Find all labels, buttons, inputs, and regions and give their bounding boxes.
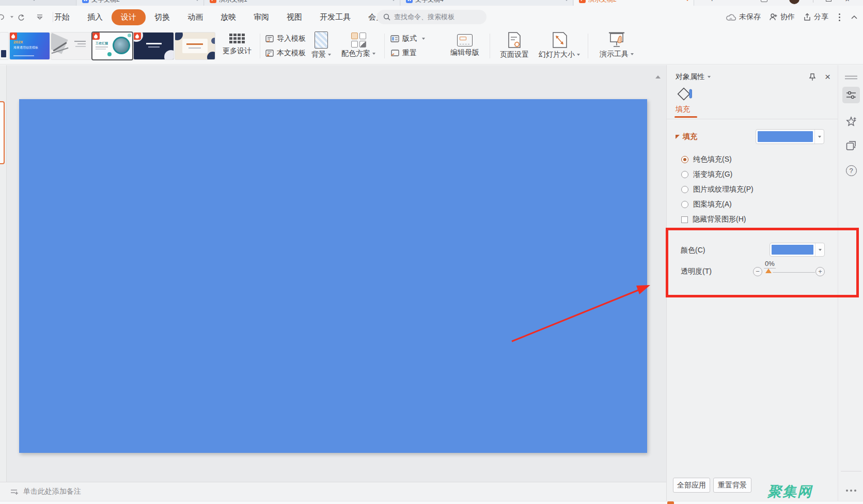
presentation-tools-button[interactable]: 演示工具 bbox=[594, 32, 639, 59]
notes-bar[interactable]: 单击此处添加备注 bbox=[0, 482, 666, 501]
share-button[interactable]: 分享 bbox=[803, 12, 828, 22]
document-tab-partial[interactable] bbox=[0, 0, 76, 6]
document-tab-writer-4[interactable]: W 文字文稿4 bbox=[401, 0, 573, 6]
slide-canvas[interactable] bbox=[19, 99, 647, 453]
radio-gradient-fill[interactable]: 渐变填充(G) bbox=[681, 169, 732, 180]
more-designs-label: 更多设计 bbox=[223, 46, 252, 56]
user-avatar[interactable] bbox=[789, 0, 799, 4]
layout-button[interactable]: 版式 bbox=[390, 33, 425, 44]
tab-menu-caret-icon[interactable] bbox=[32, 0, 36, 1]
scroll-up-icon[interactable] bbox=[655, 75, 661, 78]
template-thumbnail-beige-floral[interactable] bbox=[175, 33, 215, 59]
redo-icon[interactable] bbox=[15, 11, 27, 23]
menu-item-review[interactable]: 审阅 bbox=[245, 10, 278, 25]
slide-size-button[interactable]: 幻灯片大小 bbox=[536, 32, 583, 59]
radio-picture-texture-fill[interactable]: 图片或纹理填充(P) bbox=[681, 184, 754, 195]
transparency-value: 0% bbox=[764, 260, 776, 269]
customize-toolbar-icon[interactable] bbox=[34, 11, 45, 23]
save-status[interactable]: 未保存 bbox=[726, 12, 761, 22]
transparency-decrease-button[interactable]: − bbox=[753, 267, 762, 276]
close-window-icon[interactable]: × bbox=[845, 0, 850, 4]
template-thumbnail-navy-floral[interactable] bbox=[134, 33, 174, 59]
radio-label: 图片或纹理填充(P) bbox=[693, 185, 754, 194]
apply-all-button[interactable]: 全部应用 bbox=[673, 478, 710, 493]
import-template-label: 导入模板 bbox=[277, 34, 306, 43]
menu-item-design-active[interactable]: 设计 bbox=[112, 9, 146, 25]
undo-caret-icon[interactable] bbox=[10, 16, 13, 18]
undo-icon[interactable] bbox=[0, 11, 8, 23]
tab-overview-icon[interactable] bbox=[761, 0, 767, 2]
presentation-app-icon: P bbox=[579, 0, 586, 3]
new-tab-icon[interactable]: + bbox=[710, 0, 714, 4]
edit-master-button[interactable]: 编辑母版 bbox=[445, 32, 484, 57]
menu-item-animation[interactable]: 动画 bbox=[179, 10, 212, 25]
document-tab-label: 文字文稿2 bbox=[91, 0, 120, 4]
menu-item-slideshow[interactable]: 放映 bbox=[212, 10, 245, 25]
collapse-ribbon-icon[interactable] bbox=[851, 15, 858, 20]
document-tab-writer-2[interactable]: W 文字文稿2 bbox=[77, 0, 204, 6]
fill-section-label: 填充 bbox=[683, 132, 697, 141]
import-template-button[interactable]: 导入模板 bbox=[265, 33, 306, 44]
more-tools-icon[interactable] bbox=[842, 482, 860, 499]
object-properties-icon[interactable] bbox=[842, 87, 860, 103]
panel-drag-handle-icon[interactable] bbox=[845, 75, 857, 80]
share-label: 分享 bbox=[814, 12, 828, 22]
tab-menu-caret-icon[interactable] bbox=[685, 0, 689, 1]
object-properties-panel: 对象属性 × 填充 填充 纯色填充(S) 渐变填充(G) 图片或纹理填充(P) … bbox=[666, 65, 838, 501]
slide-thumbnail-selected[interactable] bbox=[0, 101, 5, 164]
template-thumbnail-work-report-selected[interactable]: 工作汇报 bbox=[92, 33, 132, 59]
menu-item-home[interactable]: 开始 bbox=[45, 10, 79, 25]
doc-template-button[interactable]: 本文模板 bbox=[265, 48, 306, 59]
radio-solid-fill[interactable]: 纯色填充(S) bbox=[681, 154, 732, 165]
more-options-icon[interactable] bbox=[837, 13, 842, 21]
checkbox-icon bbox=[681, 216, 688, 223]
search-placeholder: 查找命令、搜索模板 bbox=[394, 12, 454, 22]
search-input[interactable]: 查找命令、搜索模板 bbox=[377, 10, 487, 24]
close-panel-icon[interactable]: × bbox=[825, 73, 830, 81]
transparency-slider-track[interactable] bbox=[773, 272, 815, 273]
search-icon bbox=[383, 13, 390, 21]
fill-color-dropdown[interactable] bbox=[756, 129, 824, 144]
tab-menu-caret-icon[interactable] bbox=[195, 0, 199, 1]
fill-tab-underline bbox=[674, 116, 697, 118]
page-setup-button[interactable]: 页面设置 bbox=[495, 32, 534, 59]
color-scheme-button[interactable]: 配色方案 bbox=[337, 32, 380, 58]
transparency-slider-thumb[interactable] bbox=[765, 269, 772, 273]
dropdown-caret-icon bbox=[818, 136, 821, 138]
fill-section-header[interactable]: 填充 bbox=[676, 132, 697, 141]
status-bar bbox=[0, 501, 863, 504]
fill-tab-icon[interactable] bbox=[677, 87, 694, 102]
maximize-icon[interactable] bbox=[826, 0, 831, 2]
template-thumbnail-partial[interactable] bbox=[0, 33, 8, 59]
checkbox-hide-background-graphics[interactable]: 隐藏背景图形(H) bbox=[681, 214, 746, 225]
document-tab-presentation-1[interactable]: P 演示文稿1 bbox=[205, 0, 400, 6]
radio-pattern-fill[interactable]: 图案填充(A) bbox=[681, 199, 732, 210]
pin-panel-icon[interactable] bbox=[808, 73, 817, 82]
menu-item-insert[interactable]: 插入 bbox=[79, 10, 112, 25]
doc-template-icon bbox=[265, 50, 274, 57]
selection-pane-icon[interactable] bbox=[842, 137, 860, 154]
menu-item-devtools[interactable]: 开发工具 bbox=[311, 10, 359, 25]
background-color-dropdown[interactable] bbox=[770, 243, 825, 257]
tab-menu-caret-icon[interactable] bbox=[391, 0, 396, 1]
effects-star-icon[interactable] bbox=[842, 114, 860, 130]
color-scheme-label: 配色方案 bbox=[341, 49, 370, 58]
menu-item-view[interactable]: 视图 bbox=[278, 10, 311, 25]
collaborate-button[interactable]: 协作 bbox=[769, 12, 795, 22]
fill-tab-label[interactable]: 填充 bbox=[676, 105, 690, 114]
background-button[interactable]: 背景 bbox=[308, 32, 335, 59]
document-tab-presentation-2-active[interactable]: P 演示文稿2 bbox=[574, 0, 694, 6]
reset-background-button[interactable]: 重置背景 bbox=[713, 478, 751, 493]
more-designs-button[interactable]: 更多设计 bbox=[217, 34, 257, 56]
reset-button[interactable]: 重置 bbox=[390, 48, 425, 59]
panel-title-caret-icon[interactable] bbox=[708, 76, 711, 78]
transparency-label: 透明度(T) bbox=[681, 267, 712, 276]
writer-app-icon: W bbox=[406, 0, 413, 3]
menu-item-transition[interactable]: 切换 bbox=[146, 10, 179, 25]
template-thumbnail-202x[interactable]: 202X 海量通用创意模板 bbox=[10, 33, 50, 59]
tab-menu-caret-icon[interactable] bbox=[564, 0, 569, 1]
side-icon-strip: ? bbox=[838, 65, 863, 501]
transparency-increase-button[interactable]: + bbox=[815, 267, 825, 276]
template-thumbnail-pencils[interactable] bbox=[51, 33, 91, 59]
help-icon[interactable]: ? bbox=[842, 162, 860, 179]
